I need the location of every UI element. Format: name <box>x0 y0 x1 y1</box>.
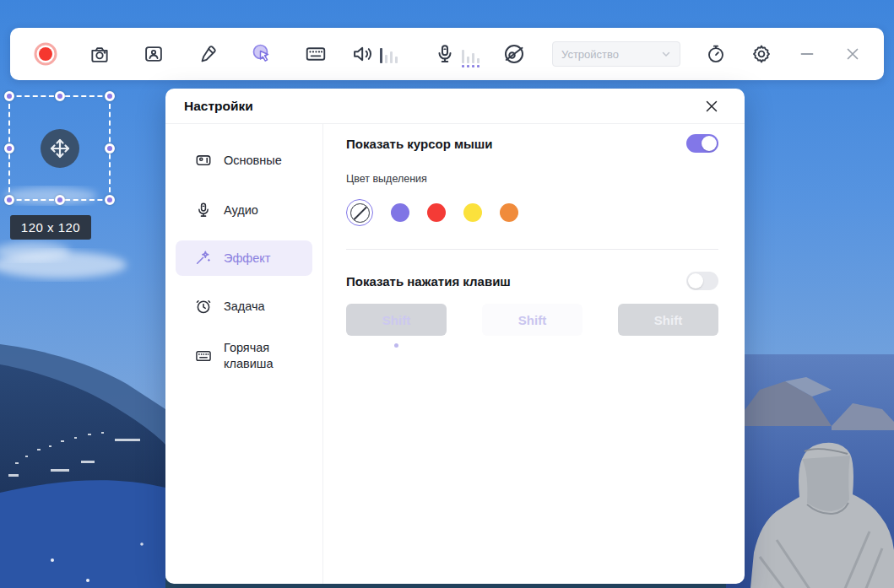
sidebar-item-task[interactable]: Задача <box>176 287 312 326</box>
show-cursor-row: Показать курсор мыши <box>346 134 718 153</box>
resize-handle-nw[interactable] <box>4 91 14 101</box>
sidebar-item-hotkey[interactable]: Горячая клавиша <box>176 337 312 375</box>
show-cursor-toggle[interactable] <box>686 134 718 153</box>
pen-icon <box>197 43 219 65</box>
keystroke-style-options: Shift Shift Shift <box>346 304 718 336</box>
annotate-button[interactable] <box>191 35 225 73</box>
dialog-header: Настройки <box>165 89 745 124</box>
settings-button[interactable] <box>745 35 778 73</box>
close-icon <box>705 100 718 113</box>
webcam-icon <box>143 43 165 65</box>
record-button[interactable] <box>29 35 62 73</box>
color-swatch-red[interactable] <box>427 203 446 222</box>
speaker-level-meter <box>380 45 398 63</box>
color-swatch-yellow[interactable] <box>463 203 482 222</box>
region-size-badge: 120 x 120 <box>10 215 91 240</box>
close-dialog-button[interactable] <box>701 95 723 117</box>
cursor-highlight-icon <box>250 42 274 66</box>
camera-icon <box>89 43 111 65</box>
mic-level-meter <box>462 45 480 63</box>
resize-handle-ne[interactable] <box>105 91 115 101</box>
sidebar-item-effect[interactable]: Эффект <box>176 240 312 276</box>
record-icon <box>34 42 57 66</box>
capture-region[interactable] <box>8 95 111 201</box>
resize-handle-n[interactable] <box>55 91 65 101</box>
sidebar-item-basic[interactable]: Основные <box>176 141 312 180</box>
section-divider <box>346 249 718 250</box>
alarm-clock-icon <box>194 297 213 316</box>
recorder-toolbar: Устройство <box>10 28 884 80</box>
keystroke-display-button[interactable] <box>299 35 333 73</box>
sidebar-item-label: Задача <box>224 299 265 313</box>
keyboard-icon <box>194 347 213 365</box>
color-swatch-none[interactable] <box>346 199 373 226</box>
show-keystrokes-label: Показать нажатия клавиш <box>346 274 511 289</box>
show-keystrokes-row: Показать нажатия клавиш <box>346 272 718 290</box>
dialog-title: Настройки <box>184 99 253 114</box>
webcam-disabled-icon[interactable] <box>501 41 527 67</box>
sidebar-item-audio[interactable]: Аудио <box>176 191 312 229</box>
highlight-color-label: Цвет выделения <box>346 173 718 185</box>
color-swatch-orange[interactable] <box>500 203 518 222</box>
timer-button[interactable] <box>700 35 732 73</box>
sidebar-item-label: Эффект <box>224 251 271 265</box>
keystroke-style-dark[interactable]: Shift <box>346 304 447 336</box>
color-swatch-purple[interactable] <box>391 203 409 222</box>
magic-wand-icon <box>194 249 213 267</box>
highlight-color-swatches <box>346 198 718 227</box>
minimize-icon <box>799 46 815 62</box>
keystroke-style-gray[interactable]: Shift <box>618 304 718 336</box>
resize-handle-sw[interactable] <box>4 195 14 205</box>
selected-style-indicator-dot <box>394 343 398 348</box>
close-icon <box>845 46 860 62</box>
resize-handle-w[interactable] <box>4 143 14 154</box>
minimize-button[interactable] <box>791 35 823 73</box>
toolbar-right-cluster <box>700 35 877 73</box>
chevron-down-icon <box>661 49 671 59</box>
close-toolbar-button[interactable] <box>837 35 869 73</box>
show-keystrokes-toggle[interactable] <box>686 272 718 290</box>
move-arrows-icon <box>47 136 73 161</box>
toggle-knob <box>702 136 717 151</box>
sidebar-item-label: Горячая клавиша <box>224 340 284 372</box>
show-cursor-label: Показать курсор мыши <box>346 137 493 151</box>
timer-icon <box>705 43 727 65</box>
toggle-knob <box>688 273 703 289</box>
cursor-effect-button[interactable] <box>245 35 279 73</box>
keyboard-icon <box>304 42 328 66</box>
gear-icon <box>750 43 772 65</box>
settings-sidebar: Основные Аудио <box>165 124 323 584</box>
app-window: Устройство <box>0 0 894 588</box>
settings-dialog: Настройки Основные <box>165 89 745 584</box>
sidebar-item-label: Основные <box>224 154 282 167</box>
microphone-icon[interactable] <box>433 42 457 66</box>
microphone-icon <box>194 201 213 219</box>
resize-handle-se[interactable] <box>105 195 115 205</box>
effect-settings-panel: Показать курсор мыши Цвет выделения Пока… <box>323 124 745 584</box>
webcam-button[interactable] <box>137 35 171 73</box>
screen-record-icon <box>194 151 213 170</box>
no-color-icon <box>350 203 370 223</box>
resize-handle-e[interactable] <box>105 143 115 154</box>
sidebar-item-label: Аудио <box>224 203 258 217</box>
keystroke-style-light[interactable]: Shift <box>482 304 582 336</box>
device-dropdown[interactable]: Устройство <box>552 41 680 67</box>
device-dropdown-value: Устройство <box>561 48 661 61</box>
move-region-button[interactable] <box>41 129 79 168</box>
speaker-icon[interactable] <box>351 42 375 66</box>
resize-handle-s[interactable] <box>55 195 65 205</box>
screenshot-button[interactable] <box>83 35 116 73</box>
